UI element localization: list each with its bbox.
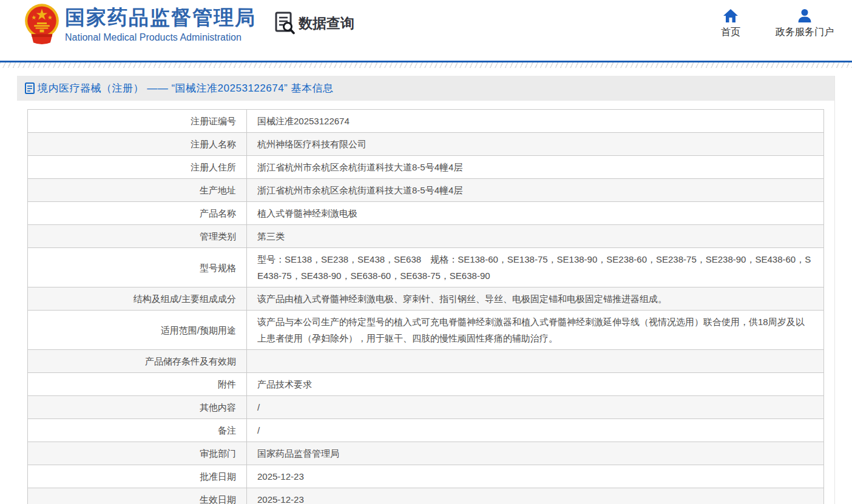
table-row: 适用范围/预期用途该产品与本公司生产的特定型号的植入式可充电脊髓神经刺激器和植入… xyxy=(28,311,824,350)
row-value xyxy=(247,350,824,373)
table-row: 产品储存条件及有效期 xyxy=(28,350,824,373)
row-label: 其他内容 xyxy=(28,396,247,419)
row-label: 注册人名称 xyxy=(28,133,247,156)
table-row: 附件产品技术要求 xyxy=(28,373,824,396)
row-value: / xyxy=(247,419,824,442)
nav-item-label: 首页 xyxy=(721,26,740,38)
row-value: 第三类 xyxy=(247,225,824,248)
document-search-icon xyxy=(275,12,295,35)
row-label: 注册人住所 xyxy=(28,156,247,179)
data-query-label: 数据查询 xyxy=(299,14,354,33)
table-row: 注册人住所浙江省杭州市余杭区余杭街道科技大道8-5号4幢4层 xyxy=(28,156,824,179)
row-label: 批准日期 xyxy=(28,465,247,488)
nav-item-home[interactable]: 首页 xyxy=(721,8,740,38)
home-icon xyxy=(723,8,739,24)
row-value: 植入式脊髓神经刺激电极 xyxy=(247,202,824,225)
table-row: 备注/ xyxy=(28,419,824,442)
row-label: 管理类别 xyxy=(28,225,247,248)
row-label: 备注 xyxy=(28,419,247,442)
row-value: 型号：SE138，SE238，SE438，SE638 规格：SE138-60，S… xyxy=(247,248,824,287)
org-title-block: 国家药品监督管理局 National Medical Products Admi… xyxy=(65,5,256,44)
national-emblem-logo[interactable] xyxy=(24,3,59,45)
row-label: 附件 xyxy=(28,373,247,396)
org-name-cn: 国家药品监督管理局 xyxy=(65,5,256,30)
registration-info-table: 注册证编号国械注准20253122674注册人名称杭州神络医疗科技有限公司注册人… xyxy=(27,109,824,504)
row-value: 国械注准20253122674 xyxy=(247,110,824,133)
row-label: 注册证编号 xyxy=(28,110,247,133)
row-label: 结构及组成/主要组成成分 xyxy=(28,287,247,311)
org-name-en: National Medical Products Administration xyxy=(65,31,256,44)
table-row: 生效日期2025-12-23 xyxy=(28,488,824,504)
row-value: 国家药品监督管理局 xyxy=(247,442,824,465)
nav-item-label: 政务服务门户 xyxy=(776,26,834,38)
row-value: 产品技术要求 xyxy=(247,373,824,396)
row-label: 产品名称 xyxy=(28,202,247,225)
registration-info-table-wrap: 注册证编号国械注准20253122674注册人名称杭州神络医疗科技有限公司注册人… xyxy=(27,109,824,504)
table-row: 注册证编号国械注准20253122674 xyxy=(28,110,824,133)
table-row: 管理类别第三类 xyxy=(28,225,824,248)
row-label: 适用范围/预期用途 xyxy=(28,311,247,350)
table-row: 其他内容/ xyxy=(28,396,824,419)
site-header: 国家药品监督管理局 National Medical Products Admi… xyxy=(0,0,852,61)
table-row: 生产地址浙江省杭州市余杭区余杭街道科技大道8-5号4幢4层 xyxy=(28,179,824,202)
row-value: 杭州神络医疗科技有限公司 xyxy=(247,133,824,156)
row-label: 生产地址 xyxy=(28,179,247,202)
row-label: 生效日期 xyxy=(28,488,247,504)
nav-item-portal[interactable]: 政务服务门户 xyxy=(776,8,834,38)
table-row: 型号规格型号：SE138，SE238，SE438，SE638 规格：SE138-… xyxy=(28,248,824,287)
data-query-link[interactable]: 数据查询 xyxy=(275,12,354,35)
table-row: 结构及组成/主要组成成分该产品由植入式脊髓神经刺激电极、穿刺针、指引钢丝、导丝、… xyxy=(28,287,824,311)
info-table-body: 注册证编号国械注准20253122674注册人名称杭州神络医疗科技有限公司注册人… xyxy=(28,110,824,504)
header-divider xyxy=(0,61,852,68)
row-value: / xyxy=(247,396,824,419)
row-value: 浙江省杭州市余杭区余杭街道科技大道8-5号4幢4层 xyxy=(247,156,824,179)
header-nav: 首页 政务服务门户 xyxy=(686,8,834,38)
row-value: 该产品与本公司生产的特定型号的植入式可充电脊髓神经刺激器和植入式脊髓神经刺激延伸… xyxy=(247,311,824,350)
user-icon xyxy=(797,8,813,24)
row-label: 产品储存条件及有效期 xyxy=(28,350,247,373)
page-title-bar: 境内医疗器械（注册） —— “国械注准20253122674” 基本信息 xyxy=(17,76,834,101)
row-value: 浙江省杭州市余杭区余杭街道科技大道8-5号4幢4层 xyxy=(247,179,824,202)
row-value: 2025-12-23 xyxy=(247,465,824,488)
content-container: 境内医疗器械（注册） —— “国械注准20253122674” 基本信息 注册证… xyxy=(17,76,835,504)
table-row: 审批部门国家药品监督管理局 xyxy=(28,442,824,465)
row-value: 该产品由植入式脊髓神经刺激电极、穿刺针、指引钢丝、导丝、电极固定锚和电极固定锚推… xyxy=(247,287,824,311)
row-value: 2025-12-23 xyxy=(247,488,824,504)
table-row: 批准日期2025-12-23 xyxy=(28,465,824,488)
table-row: 产品名称植入式脊髓神经刺激电极 xyxy=(28,202,824,225)
table-row: 注册人名称杭州神络医疗科技有限公司 xyxy=(28,133,824,156)
document-icon xyxy=(25,82,35,94)
row-label: 审批部门 xyxy=(28,442,247,465)
page-title: 境内医疗器械（注册） —— “国械注准20253122674” 基本信息 xyxy=(38,81,334,95)
row-label: 型号规格 xyxy=(28,248,247,287)
